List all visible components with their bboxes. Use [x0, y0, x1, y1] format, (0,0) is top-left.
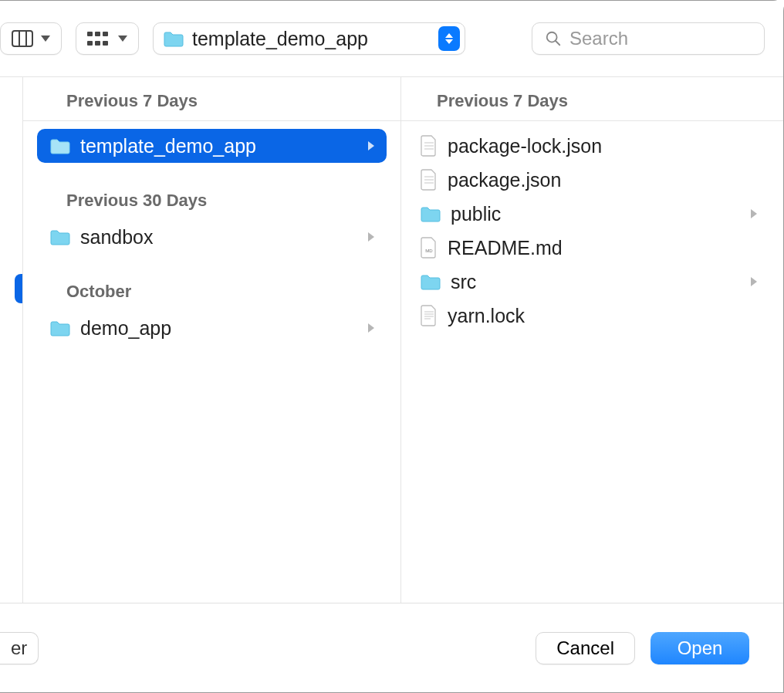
file-text-icon	[420, 305, 438, 326]
list-item[interactable]: demo_app	[37, 311, 387, 345]
partial-button-label: er	[11, 637, 27, 659]
list-item[interactable]: yarn.lock	[407, 299, 769, 333]
list-item[interactable]: package.json	[407, 163, 769, 197]
cancel-button-label: Cancel	[556, 637, 614, 659]
folder-icon	[420, 205, 441, 223]
chevron-right-icon	[751, 209, 757, 218]
chevron-right-icon	[368, 232, 374, 242]
chevron-down-icon	[118, 35, 127, 42]
item-label: demo_app	[80, 317, 359, 340]
svg-line-10	[556, 41, 560, 46]
item-label: public	[451, 203, 742, 225]
svg-rect-8	[103, 41, 108, 46]
list-item[interactable]: sandbox	[37, 220, 387, 254]
search-input[interactable]	[569, 28, 752, 49]
list-item[interactable]: src	[407, 265, 769, 299]
columns-icon	[12, 30, 33, 47]
folder-icon	[49, 137, 71, 155]
section-header: Previous 30 Days	[23, 163, 400, 220]
search-field[interactable]	[532, 22, 765, 55]
chevron-right-icon	[751, 277, 757, 286]
columns-area: Previous 7 Days template_demo_app Previo…	[0, 77, 783, 603]
open-button-label: Open	[678, 637, 723, 659]
column-right: Previous 7 Days package-lock.json	[401, 77, 783, 603]
svg-rect-7	[95, 41, 100, 46]
list-item[interactable]: package-lock.json	[407, 129, 769, 163]
chevron-right-icon	[368, 323, 374, 333]
grid-icon	[87, 30, 110, 47]
chevron-right-icon	[368, 141, 374, 150]
list-item[interactable]: MD README.md	[407, 231, 769, 265]
group-mode-button[interactable]	[76, 22, 139, 55]
search-icon	[545, 30, 562, 47]
open-button[interactable]: Open	[651, 632, 749, 664]
item-label: README.md	[448, 237, 757, 259]
item-label: sandbox	[80, 226, 359, 248]
svg-text:MD: MD	[425, 248, 433, 253]
section-header: October	[23, 254, 400, 311]
item-label: template_demo_app	[80, 135, 359, 157]
svg-rect-6	[87, 41, 93, 46]
bottom-bar: Cancel Open	[0, 603, 783, 692]
item-label: package-lock.json	[448, 135, 757, 157]
folder-icon	[49, 228, 71, 246]
section-header: Previous 7 Days	[23, 77, 400, 121]
cancel-button[interactable]: Cancel	[536, 632, 635, 664]
toolbar: template_demo_app	[0, 1, 783, 77]
chevron-down-icon	[41, 35, 50, 42]
folder-icon	[420, 272, 441, 291]
sidebar-selection-indicator	[15, 274, 22, 303]
view-mode-button[interactable]	[0, 22, 62, 55]
location-popup[interactable]: template_demo_app	[153, 22, 465, 55]
section-header: Previous 7 Days	[401, 77, 783, 121]
svg-rect-5	[103, 32, 108, 36]
item-label: yarn.lock	[448, 305, 757, 327]
partial-button[interactable]: er	[0, 632, 39, 664]
folder-icon	[163, 29, 184, 48]
updown-stepper-icon	[438, 26, 460, 51]
sidebar-sliver	[0, 77, 23, 603]
item-label: src	[451, 271, 742, 293]
folder-icon	[49, 319, 71, 337]
location-label: template_demo_app	[192, 28, 431, 50]
svg-rect-4	[95, 32, 100, 36]
column-left: Previous 7 Days template_demo_app Previo…	[23, 77, 401, 603]
open-dialog: template_demo_app Previous 7 Days	[0, 0, 784, 693]
svg-rect-3	[87, 32, 93, 36]
svg-rect-0	[12, 31, 32, 46]
file-icon	[420, 169, 438, 191]
list-item[interactable]: template_demo_app	[37, 129, 387, 163]
file-md-icon: MD	[420, 237, 438, 259]
item-label: package.json	[448, 169, 757, 191]
file-icon	[420, 135, 438, 157]
list-item[interactable]: public	[407, 197, 769, 231]
